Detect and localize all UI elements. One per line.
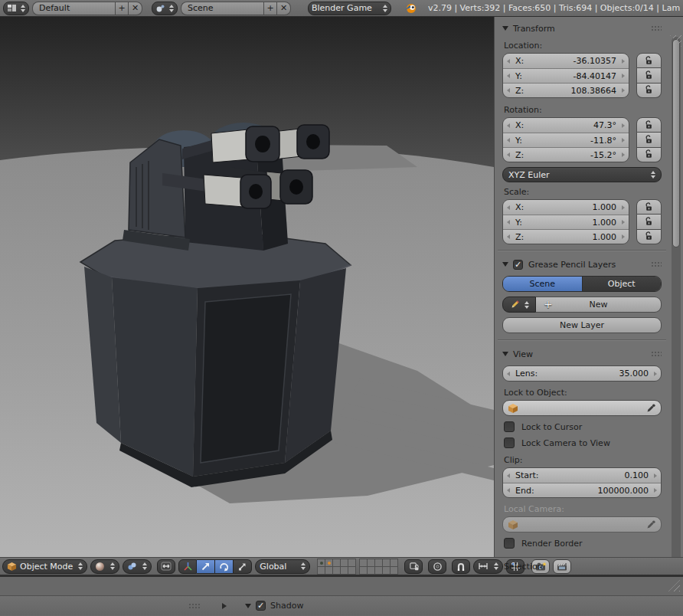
- increment-arrow-icon[interactable]: [622, 220, 625, 224]
- local-camera-field[interactable]: [502, 516, 662, 532]
- lock-sx-button[interactable]: [636, 199, 662, 215]
- increment-arrow-icon[interactable]: [622, 123, 625, 128]
- shadow-panel-header[interactable]: ✓ Shadow: [245, 601, 303, 611]
- decrement-arrow-icon[interactable]: [507, 488, 510, 493]
- manipulator-toggle-button[interactable]: [157, 559, 175, 574]
- new-layer-button[interactable]: New Layer: [502, 317, 662, 333]
- decrement-arrow-icon[interactable]: [507, 372, 510, 376]
- decrement-arrow-icon[interactable]: [507, 74, 510, 78]
- render-engine-selector[interactable]: Blender Game: [308, 2, 391, 15]
- lock-z-button[interactable]: [636, 84, 662, 98]
- panel-drag-handle[interactable]: [651, 261, 662, 267]
- layer-grid-2[interactable]: [359, 559, 397, 574]
- delete-scene-button[interactable]: ✕: [277, 2, 291, 15]
- grease-pencil-data-selector[interactable]: [502, 297, 536, 313]
- lock-to-scene-button[interactable]: [404, 559, 423, 574]
- lock-camera-row[interactable]: Lock Camera to View: [504, 437, 662, 448]
- scale-z-field[interactable]: Z: 1.000: [503, 229, 629, 244]
- increment-arrow-icon[interactable]: [622, 152, 625, 157]
- clip-end-field[interactable]: End: 100000.000: [503, 483, 661, 497]
- panel-drag-handle[interactable]: [651, 351, 662, 356]
- viewport-3d[interactable]: [0, 17, 494, 557]
- increment-arrow-icon[interactable]: [654, 473, 657, 478]
- panel-drag-handle[interactable]: [651, 25, 662, 31]
- editor-type-selector[interactable]: [3, 2, 29, 15]
- panel-drag-handle[interactable]: [188, 603, 201, 609]
- snap-element-selector[interactable]: [473, 559, 503, 574]
- screen-layout-field[interactable]: Default: [32, 2, 115, 15]
- scale-manipulator-button[interactable]: [234, 559, 252, 574]
- lock-to-cursor-row[interactable]: Lock to Cursor: [504, 421, 662, 432]
- orientation-selector[interactable]: Global: [255, 559, 310, 574]
- add-layout-button[interactable]: +: [115, 2, 129, 15]
- rotation-y-field[interactable]: Y: -11.8°: [503, 133, 629, 147]
- decrement-arrow-icon[interactable]: [507, 152, 510, 157]
- clip-start-field[interactable]: Start: 0.100: [503, 468, 661, 483]
- rotate-manipulator-button[interactable]: [215, 559, 234, 574]
- lock-camera-checkbox[interactable]: [504, 437, 515, 448]
- grease-pencil-panel-header[interactable]: ✓ Grease Pencil Layers: [502, 256, 662, 273]
- add-scene-button[interactable]: +: [263, 2, 277, 15]
- collapsed-panel-arrow-icon[interactable]: [222, 603, 227, 609]
- lock-rz-button[interactable]: [636, 148, 662, 162]
- increment-arrow-icon[interactable]: [622, 205, 625, 210]
- scene-name-field[interactable]: Scene: [181, 2, 263, 15]
- lock-x-button[interactable]: [636, 53, 662, 68]
- rotation-mode-selector[interactable]: XYZ Euler: [502, 167, 662, 182]
- eyedropper-icon[interactable]: [646, 403, 656, 413]
- decrement-arrow-icon[interactable]: [507, 220, 510, 224]
- lock-rx-button[interactable]: [636, 117, 662, 133]
- opengl-render-animation-button[interactable]: [553, 559, 571, 574]
- translate-manipulator-button[interactable]: [197, 559, 215, 574]
- lens-field[interactable]: Lens: 35.000: [503, 366, 661, 381]
- npanel-scrollbar[interactable]: [672, 37, 681, 570]
- location-z-field[interactable]: Z: 108.38664: [503, 83, 629, 97]
- rotation-z-field[interactable]: Z: -15.2°: [503, 147, 629, 162]
- eyedropper-icon[interactable]: [646, 519, 656, 529]
- decrement-arrow-icon[interactable]: [507, 59, 510, 64]
- increment-arrow-icon[interactable]: [622, 59, 625, 64]
- lock-sz-button[interactable]: [636, 230, 662, 244]
- proportional-edit-button[interactable]: [428, 559, 446, 574]
- increment-arrow-icon[interactable]: [622, 74, 625, 78]
- render-border-row[interactable]: Render Border: [504, 538, 662, 549]
- decrement-arrow-icon[interactable]: [507, 123, 510, 128]
- decrement-arrow-icon[interactable]: [507, 88, 510, 93]
- layer-grid-1[interactable]: [317, 559, 355, 574]
- axis-tripod-button[interactable]: [178, 559, 197, 574]
- increment-arrow-icon[interactable]: [622, 88, 625, 93]
- delete-layout-button[interactable]: ✕: [129, 2, 142, 15]
- lock-to-cursor-checkbox[interactable]: [504, 421, 515, 432]
- location-x-field[interactable]: X: -36.10357: [503, 54, 629, 68]
- lock-ry-button[interactable]: [636, 133, 662, 147]
- lock-to-object-field[interactable]: [502, 400, 662, 416]
- decrement-arrow-icon[interactable]: [507, 234, 510, 239]
- pivot-point-selector[interactable]: [123, 559, 152, 574]
- snap-magnet-button[interactable]: [452, 559, 470, 574]
- tab-object[interactable]: Object: [582, 277, 662, 291]
- grease-pencil-new-button[interactable]: + New: [536, 297, 662, 313]
- tab-scene[interactable]: Scene: [503, 277, 582, 291]
- scrollbar-thumb[interactable]: [672, 39, 680, 247]
- increment-arrow-icon[interactable]: [654, 372, 657, 376]
- scale-y-field[interactable]: Y: 1.000: [503, 215, 629, 229]
- decrement-arrow-icon[interactable]: [507, 138, 510, 143]
- scale-x-field[interactable]: X: 1.000: [503, 200, 629, 215]
- viewport-shading-selector[interactable]: [90, 559, 119, 574]
- increment-arrow-icon[interactable]: [622, 234, 625, 239]
- rotation-x-field[interactable]: X: 47.3°: [503, 118, 629, 133]
- scene-browse-selector[interactable]: [152, 2, 178, 15]
- decrement-arrow-icon[interactable]: [507, 473, 510, 478]
- mode-selector[interactable]: Object Mode: [2, 559, 87, 574]
- transform-panel-header[interactable]: Transform: [502, 20, 662, 37]
- region-resize-grip[interactable]: [668, 580, 680, 591]
- lock-y-button[interactable]: [636, 68, 662, 83]
- shadow-checkbox[interactable]: ✓: [256, 601, 266, 611]
- decrement-arrow-icon[interactable]: [507, 205, 510, 210]
- location-y-field[interactable]: Y: -84.40147: [503, 68, 629, 83]
- increment-arrow-icon[interactable]: [654, 488, 657, 493]
- grease-pencil-checkbox[interactable]: ✓: [513, 260, 523, 270]
- increment-arrow-icon[interactable]: [622, 138, 625, 143]
- view-panel-header[interactable]: View: [502, 346, 662, 362]
- lock-sy-button[interactable]: [636, 215, 662, 229]
